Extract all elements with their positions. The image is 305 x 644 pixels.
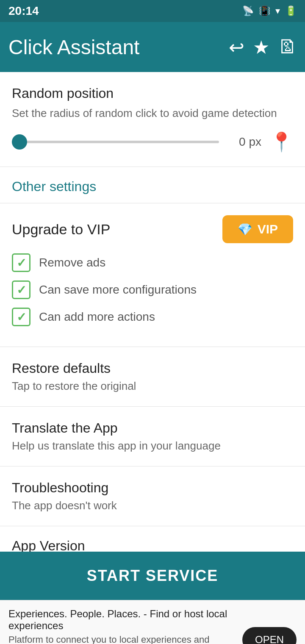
vip-feature-text-1: Remove ads [39,256,105,269]
slider-container: 0 px 📍 [12,131,293,153]
vip-button-text: VIP [258,222,278,236]
wifi-icon: ▾ [275,6,280,17]
content: Random position Set the radius of random… [0,72,305,552]
start-service-button[interactable]: START SERVICE [0,552,305,600]
slider-thumb[interactable] [12,134,27,150]
translate-app-item[interactable]: Translate the App Help us translate this… [0,407,305,466]
vip-feature-2: Can save more configurations [12,280,293,299]
vibrate-icon: 📳 [259,6,270,17]
translate-app-title: Translate the App [12,420,293,436]
troubleshooting-item[interactable]: Troubleshooting The app doesn't work [0,466,305,526]
checkmark-3 [12,308,30,326]
vip-label: Upgrade to VIP [12,221,110,238]
random-position-title: Random position [12,86,293,101]
slider-value: 0 px [227,135,261,149]
save-icon[interactable]: 🖻 [278,36,297,58]
troubleshooting-title: Troubleshooting [12,480,293,496]
app-version-section: App Version [0,526,305,552]
other-settings-header: Other settings [0,167,305,203]
back-icon[interactable]: ↩ [229,36,244,58]
status-bar: 20:14 📡 📳 ▾ 🔋 [0,0,305,22]
status-icons: 📡 📳 ▾ 🔋 [242,6,297,17]
troubleshooting-subtitle: The app doesn't work [12,499,293,512]
checkmark-1 [12,253,30,272]
vip-button[interactable]: 💎 VIP [222,215,293,243]
app-bar: Click Assistant ↩ ★ 🖻 [0,22,305,72]
vip-feature-1: Remove ads [12,253,293,272]
other-settings-title: Other settings [12,179,96,194]
app-version-title: App Version [12,538,293,552]
cast-icon: 📡 [242,6,254,17]
battery-icon: 🔋 [285,6,297,17]
vip-feature-3: Can add more actions [12,308,293,326]
vip-diamond-icon: 💎 [238,222,252,236]
star-icon[interactable]: ★ [253,36,269,58]
vip-section: Upgrade to VIP 💎 VIP Remove ads Can save… [0,203,305,347]
app-title: Click Assistant [8,36,220,59]
location-icon: 📍 [270,131,293,153]
translate-app-subtitle: Help us translate this app in your langu… [12,439,293,452]
checkmark-2 [12,280,30,299]
slider-track[interactable] [12,141,219,143]
vip-feature-text-3: Can add more actions [39,310,155,324]
ad-content: Experiences. People. Places. - Find or h… [8,608,236,644]
random-position-section: Random position Set the radius of random… [0,72,305,167]
ad-open-button[interactable]: OPEN [242,627,297,644]
vip-feature-text-2: Can save more configurations [39,283,197,297]
restore-defaults-item[interactable]: Restore defaults Tap to restore the orig… [0,347,305,407]
status-time: 20:14 [8,4,39,18]
restore-defaults-subtitle: Tap to restore the original [12,380,293,393]
ad-title: Experiences. People. Places. - Find or h… [8,608,236,632]
start-service-text: START SERVICE [87,567,219,584]
ad-banner: Experiences. People. Places. - Find or h… [0,600,305,644]
ad-description: Platform to connect you to local experie… [8,633,236,644]
random-position-subtitle: Set the radius of random click to avoid … [12,105,293,121]
restore-defaults-title: Restore defaults [12,361,293,376]
vip-row: Upgrade to VIP 💎 VIP [12,215,293,243]
